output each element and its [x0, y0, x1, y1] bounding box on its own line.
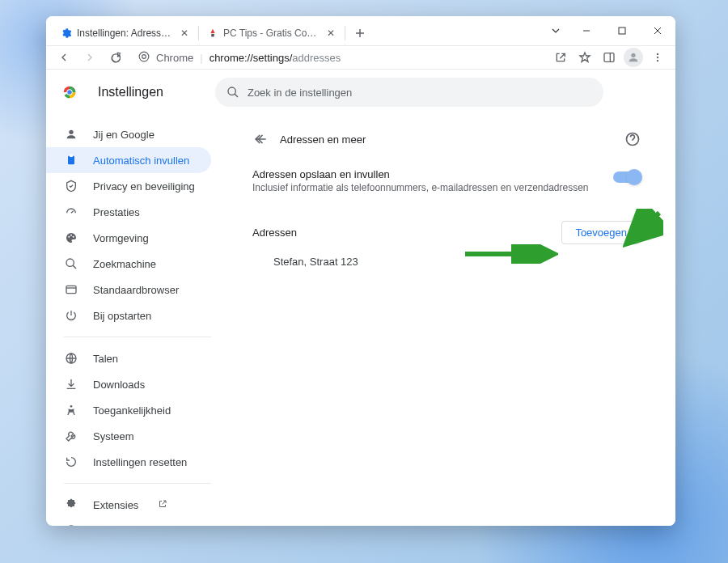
- wrench-icon: [64, 429, 78, 443]
- maximize-button[interactable]: [604, 19, 640, 43]
- svg-point-19: [73, 236, 74, 238]
- share-icon[interactable]: [549, 46, 572, 69]
- sidebar-item-appearance[interactable]: Vormgeving: [46, 225, 211, 251]
- svg-rect-2: [619, 28, 625, 34]
- sidebar-item-accessibility[interactable]: Toegankelijkheid: [46, 397, 211, 423]
- svg-point-17: [68, 236, 70, 238]
- save-addresses-row: Adressen opslaan en invullen Inclusief i…: [252, 155, 641, 206]
- sidebar-item-extensions[interactable]: Extensies: [46, 492, 211, 518]
- svg-point-14: [69, 130, 73, 134]
- tab-settings[interactable]: Instellingen: Adressen en meer ✕: [53, 21, 198, 45]
- palette-icon: [64, 231, 78, 245]
- svg-rect-21: [66, 286, 76, 293]
- browser-toolbar: Chrome | chrome://settings/addresses: [46, 46, 675, 70]
- svg-point-20: [66, 259, 74, 266]
- setting-subtitle: Inclusief informatie als telefoonnummers…: [252, 182, 613, 193]
- side-panel-icon[interactable]: [598, 46, 620, 69]
- sidebar-item-on-startup[interactable]: Bij opstarten: [46, 303, 211, 328]
- forward-button[interactable]: [78, 46, 101, 69]
- search-placeholder: Zoek in de instellingen: [248, 87, 352, 99]
- profile-avatar[interactable]: [622, 46, 645, 69]
- new-tab-button[interactable]: [349, 22, 371, 44]
- sidebar-item-performance[interactable]: Prestaties: [46, 199, 211, 225]
- sidebar-item-languages[interactable]: Talen: [46, 345, 211, 371]
- browser-window: Instellingen: Adressen en meer ✕ PC Tips…: [46, 16, 675, 526]
- save-addresses-toggle[interactable]: [613, 171, 641, 183]
- svg-rect-16: [70, 155, 73, 157]
- svg-point-18: [70, 235, 72, 236]
- search-icon: [64, 256, 78, 271]
- clipboard-icon: [64, 153, 78, 167]
- page-title: Instellingen: [98, 85, 163, 99]
- tab-title: Instellingen: Adressen en meer: [77, 28, 174, 39]
- close-button[interactable]: [640, 19, 675, 43]
- addresses-section-label: Adressen: [252, 226, 561, 239]
- tab-strip: Instellingen: Adressen en meer ✕ PC Tips…: [46, 16, 543, 45]
- sidebar-item-you-and-google[interactable]: Jij en Google: [46, 121, 211, 147]
- settings-search[interactable]: Zoek in de instellingen: [215, 78, 603, 107]
- svg-point-13: [228, 87, 235, 95]
- url-host: chrome://settings/: [210, 52, 293, 64]
- shield-icon: [64, 179, 78, 193]
- sidebar-item-downloads[interactable]: Downloads: [46, 371, 211, 397]
- svg-point-9: [657, 60, 658, 61]
- sidebar-item-system[interactable]: Systeem: [46, 423, 211, 449]
- sidebar-item-default-browser[interactable]: Standaardbrowser: [46, 277, 211, 303]
- power-icon: [64, 308, 78, 323]
- close-icon[interactable]: ✕: [325, 28, 336, 39]
- site-icon: [207, 28, 218, 39]
- url-path: addresses: [292, 52, 341, 64]
- reset-icon: [64, 455, 78, 469]
- svg-point-12: [67, 90, 72, 95]
- settings-header: Instellingen Zoek in de instellingen: [46, 70, 675, 115]
- tab-pctips[interactable]: PC Tips - Gratis Computer Tips. ✕: [199, 21, 345, 45]
- help-icon[interactable]: [624, 131, 641, 147]
- globe-icon: [64, 351, 78, 366]
- settings-sidebar: Jij en Google Automatisch invullen Priva…: [46, 115, 218, 526]
- back-arrow-icon[interactable]: [252, 131, 269, 147]
- search-icon: [226, 86, 239, 99]
- svg-point-4: [142, 54, 146, 58]
- window-controls: [543, 16, 675, 45]
- svg-point-3: [139, 52, 149, 61]
- sidebar-item-search-engine[interactable]: Zoekmachine: [46, 251, 211, 277]
- svg-rect-1: [211, 34, 214, 37]
- speedometer-icon: [64, 205, 78, 219]
- person-icon: [64, 127, 78, 142]
- tab-title: PC Tips - Gratis Computer Tips.: [223, 28, 320, 39]
- panel-title: Adressen en meer: [280, 133, 613, 146]
- annotation-arrow: [461, 244, 558, 264]
- close-icon[interactable]: ✕: [179, 28, 190, 39]
- chrome-icon: [138, 51, 150, 65]
- chevron-down-icon[interactable]: [543, 26, 569, 36]
- accessibility-icon: [64, 403, 78, 417]
- annotation-arrow: [623, 209, 663, 249]
- settings-panel: Adressen en meer Adressen opslaan en inv…: [218, 115, 675, 526]
- minimize-button[interactable]: [569, 19, 604, 43]
- address-list-item[interactable]: Stefan, Straat 123: [252, 244, 641, 279]
- svg-point-23: [70, 405, 73, 408]
- bookmark-icon[interactable]: [574, 46, 596, 69]
- settings-page: Instellingen Zoek in de instellingen Jij…: [46, 70, 675, 526]
- svg-point-7: [657, 53, 658, 55]
- setting-title: Adressen opslaan en invullen: [252, 168, 613, 180]
- gear-icon: [61, 28, 72, 39]
- download-icon: [64, 377, 78, 392]
- reload-button[interactable]: [104, 46, 127, 69]
- puzzle-icon: [64, 497, 78, 512]
- sidebar-item-autofill[interactable]: Automatisch invullen: [46, 147, 211, 173]
- sidebar-item-about[interactable]: Over Chrome: [46, 518, 211, 526]
- back-button[interactable]: [53, 46, 75, 69]
- svg-point-8: [657, 57, 658, 58]
- titlebar: Instellingen: Adressen en meer ✕ PC Tips…: [46, 16, 675, 46]
- sidebar-item-privacy[interactable]: Privacy en beveiliging: [46, 173, 211, 199]
- address-bar[interactable]: Chrome | chrome://settings/addresses: [130, 46, 541, 69]
- svg-point-6: [631, 53, 635, 57]
- svg-rect-15: [68, 156, 74, 165]
- svg-line-28: [629, 213, 659, 241]
- browser-icon: [64, 282, 78, 297]
- url-prefix: Chrome: [156, 52, 193, 64]
- chrome-logo: [61, 83, 78, 101]
- menu-icon[interactable]: [646, 46, 669, 69]
- sidebar-item-reset[interactable]: Instellingen resetten: [46, 449, 211, 475]
